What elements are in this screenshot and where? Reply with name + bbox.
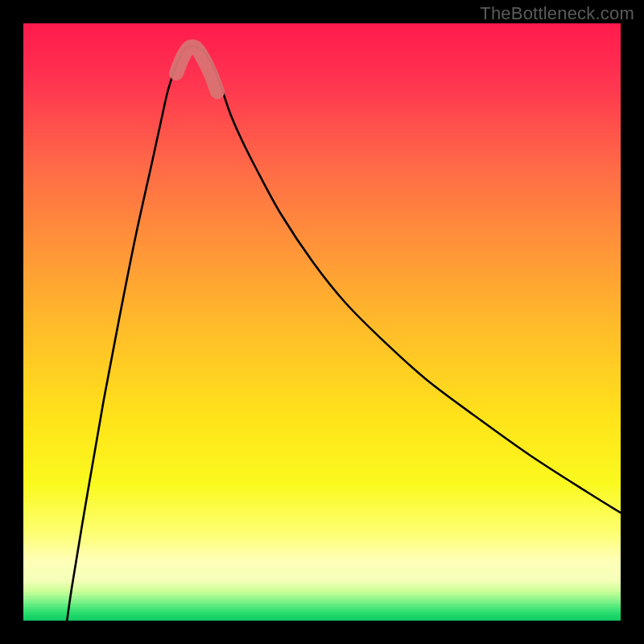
chart-frame: TheBottleneck.com xyxy=(0,0,644,644)
plot-area xyxy=(23,23,621,621)
bottleneck-curve xyxy=(63,46,621,621)
watermark-text: TheBottleneck.com xyxy=(480,3,634,24)
curve-layer xyxy=(23,23,621,621)
highlight-arc xyxy=(176,47,217,92)
